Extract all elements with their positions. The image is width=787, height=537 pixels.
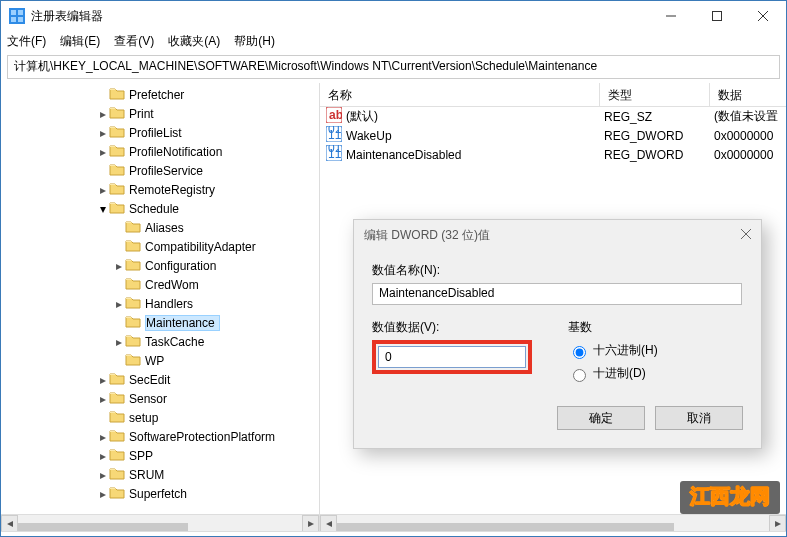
tree-item[interactable]: ▸Configuration bbox=[1, 256, 319, 275]
edit-dword-dialog: 编辑 DWORD (32 位)值 数值名称(N): MaintenanceDis… bbox=[353, 219, 762, 449]
folder-icon bbox=[109, 390, 129, 407]
menu-edit[interactable]: 编辑(E) bbox=[60, 33, 100, 50]
close-button[interactable] bbox=[740, 1, 786, 31]
tree-item[interactable]: ▸TaskCache bbox=[1, 332, 319, 351]
titlebar: 注册表编辑器 bbox=[1, 1, 786, 31]
tree-item[interactable]: ▸ProfileNotification bbox=[1, 142, 319, 161]
tree-item[interactable]: ▸Superfetch bbox=[1, 484, 319, 503]
tree-item-label: Print bbox=[129, 107, 154, 121]
address-bar[interactable]: 计算机\HKEY_LOCAL_MACHINE\SOFTWARE\Microsof… bbox=[7, 55, 780, 79]
tree-item[interactable]: ▸Sensor bbox=[1, 389, 319, 408]
tree-item[interactable]: setup bbox=[1, 408, 319, 427]
value-name: (默认) bbox=[346, 108, 378, 125]
chevron-right-icon[interactable]: ▸ bbox=[97, 107, 109, 121]
tree-item[interactable]: ▸Handlers bbox=[1, 294, 319, 313]
chevron-right-icon[interactable]: ▸ bbox=[97, 468, 109, 482]
list-header: 名称 类型 数据 bbox=[320, 83, 786, 107]
chevron-right-icon[interactable]: ▸ bbox=[97, 373, 109, 387]
tree-item[interactable]: CredWom bbox=[1, 275, 319, 294]
folder-icon bbox=[109, 181, 129, 198]
minimize-button[interactable] bbox=[648, 1, 694, 31]
tree-item[interactable]: ▸ProfileList bbox=[1, 123, 319, 142]
svg-rect-6 bbox=[713, 12, 722, 21]
tree-item[interactable]: ▸Print bbox=[1, 104, 319, 123]
menu-help[interactable]: 帮助(H) bbox=[234, 33, 275, 50]
tree-item-label: ProfileNotification bbox=[129, 145, 222, 159]
list-row[interactable]: 011110WakeUpREG_DWORD0x0000000 bbox=[320, 126, 786, 145]
svg-text:110: 110 bbox=[328, 128, 342, 142]
list-row[interactable]: ab(默认)REG_SZ(数值未设置 bbox=[320, 107, 786, 126]
col-type[interactable]: 类型 bbox=[600, 83, 710, 106]
tree-item-label: WP bbox=[145, 354, 164, 368]
scroll-right-icon[interactable]: ▸ bbox=[302, 515, 319, 532]
folder-icon bbox=[109, 447, 129, 464]
value-type: REG_SZ bbox=[600, 110, 710, 124]
value-data: (数值未设置 bbox=[710, 108, 778, 125]
folder-icon bbox=[109, 466, 129, 483]
chevron-right-icon[interactable]: ▸ bbox=[97, 392, 109, 406]
tree-item[interactable]: ▸SRUM bbox=[1, 465, 319, 484]
menu-file[interactable]: 文件(F) bbox=[7, 33, 46, 50]
tree-hscroll[interactable]: ◂ ▸ bbox=[1, 514, 319, 531]
menubar: 文件(F) 编辑(E) 查看(V) 收藏夹(A) 帮助(H) bbox=[1, 31, 786, 51]
value-type: REG_DWORD bbox=[600, 148, 710, 162]
tree-item[interactable]: CompatibilityAdapter bbox=[1, 237, 319, 256]
chevron-right-icon[interactable]: ▸ bbox=[97, 449, 109, 463]
folder-icon bbox=[125, 238, 145, 255]
list-row[interactable]: 011110MaintenanceDisabledREG_DWORD0x0000… bbox=[320, 145, 786, 164]
highlight-box bbox=[372, 340, 532, 374]
tree-item-label: Handlers bbox=[145, 297, 193, 311]
value-icon: 011110 bbox=[326, 145, 342, 164]
chevron-right-icon[interactable]: ▸ bbox=[97, 183, 109, 197]
menu-favorites[interactable]: 收藏夹(A) bbox=[168, 33, 220, 50]
tree-item-label: SecEdit bbox=[129, 373, 170, 387]
scroll-left-icon[interactable]: ◂ bbox=[320, 515, 337, 532]
value-name-label: 数值名称(N): bbox=[372, 262, 743, 279]
tree-item[interactable]: ▾Schedule bbox=[1, 199, 319, 218]
radio-dec[interactable] bbox=[573, 369, 586, 382]
regedit-icon bbox=[9, 8, 25, 24]
folder-icon bbox=[109, 485, 129, 502]
tree-item[interactable]: ▸RemoteRegistry bbox=[1, 180, 319, 199]
chevron-right-icon[interactable]: ▸ bbox=[113, 297, 125, 311]
tree-item-label: RemoteRegistry bbox=[129, 183, 215, 197]
watermark: 江西龙网 bbox=[680, 481, 780, 514]
chevron-down-icon[interactable]: ▾ bbox=[97, 202, 109, 216]
scroll-right-icon[interactable]: ▸ bbox=[769, 515, 786, 532]
menu-view[interactable]: 查看(V) bbox=[114, 33, 154, 50]
chevron-right-icon[interactable]: ▸ bbox=[113, 335, 125, 349]
chevron-right-icon[interactable]: ▸ bbox=[97, 126, 109, 140]
tree-item[interactable]: ▸SPP bbox=[1, 446, 319, 465]
ok-button[interactable]: 确定 bbox=[557, 406, 645, 430]
window-title: 注册表编辑器 bbox=[31, 8, 103, 25]
folder-icon bbox=[109, 371, 129, 388]
col-data[interactable]: 数据 bbox=[710, 83, 786, 106]
tree-item-label: Prefetcher bbox=[129, 88, 184, 102]
value-name: WakeUp bbox=[346, 129, 392, 143]
chevron-right-icon[interactable]: ▸ bbox=[97, 145, 109, 159]
tree-item[interactable]: WP bbox=[1, 351, 319, 370]
chevron-right-icon[interactable]: ▸ bbox=[97, 430, 109, 444]
list-hscroll[interactable]: ◂ ▸ bbox=[320, 514, 786, 531]
chevron-right-icon[interactable]: ▸ bbox=[113, 259, 125, 273]
tree-item[interactable]: ▸SecEdit bbox=[1, 370, 319, 389]
tree-item[interactable]: Prefetcher bbox=[1, 85, 319, 104]
tree-item[interactable]: ProfileService bbox=[1, 161, 319, 180]
tree-item-label: SRUM bbox=[129, 468, 164, 482]
tree-item[interactable]: ▸SoftwareProtectionPlatform bbox=[1, 427, 319, 446]
chevron-right-icon[interactable]: ▸ bbox=[97, 487, 109, 501]
col-name[interactable]: 名称 bbox=[320, 83, 600, 106]
dialog-close-icon[interactable] bbox=[741, 228, 751, 242]
radio-hex[interactable] bbox=[573, 346, 586, 359]
svg-text:ab: ab bbox=[329, 108, 342, 122]
tree-item[interactable]: Maintenance bbox=[1, 313, 319, 332]
folder-icon bbox=[125, 276, 145, 293]
scroll-left-icon[interactable]: ◂ bbox=[1, 515, 18, 532]
value-data-input[interactable] bbox=[378, 346, 526, 368]
tree-item-label: Maintenance bbox=[145, 315, 220, 331]
maximize-button[interactable] bbox=[694, 1, 740, 31]
folder-icon bbox=[109, 200, 129, 217]
value-data: 0x0000000 bbox=[710, 148, 773, 162]
tree-item[interactable]: Aliases bbox=[1, 218, 319, 237]
cancel-button[interactable]: 取消 bbox=[655, 406, 743, 430]
